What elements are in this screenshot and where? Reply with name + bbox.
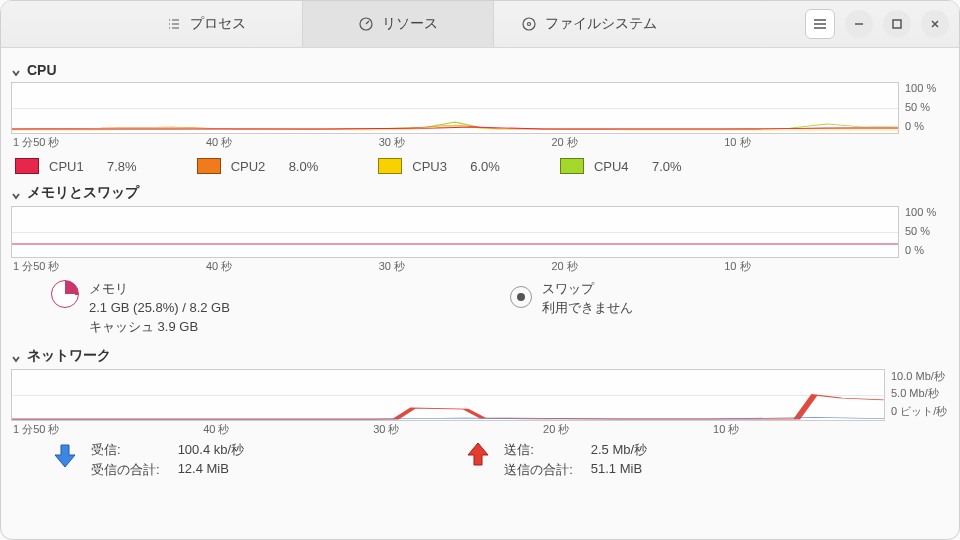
titlebar: プロセス リソース ファイルシステム (1, 1, 959, 48)
network-section-title: ネットワーク (27, 347, 111, 365)
cpu1-swatch (15, 158, 39, 174)
recv-total-label: 受信の合計: (91, 461, 160, 479)
maximize-icon (891, 18, 903, 30)
tab-label: リソース (382, 15, 438, 33)
memory-pie-icon (51, 280, 79, 308)
memory-x-axis: 1 分50 秒40 秒30 秒20 秒10 秒 (11, 259, 899, 274)
disk-icon (521, 16, 537, 32)
recv-value: 100.4 kb/秒 (178, 441, 245, 459)
cpu-y-max: 100 % (905, 82, 949, 94)
menu-button[interactable] (805, 9, 835, 39)
swap-usage-item: スワップ 利用できません (510, 280, 633, 337)
mem-y-max: 100 % (905, 206, 949, 218)
send-total-label: 送信の合計: (504, 461, 573, 479)
send-value: 2.5 Mb/秒 (591, 441, 647, 459)
cpu2-swatch (197, 158, 221, 174)
tab-filesystem[interactable]: ファイルシステム (494, 1, 685, 47)
net-y-min: 0 ビット/秒 (891, 404, 949, 419)
mem-y-min: 0 % (905, 244, 949, 256)
net-y-mid: 5.0 Mb/秒 (891, 386, 949, 401)
memory-cache: キャッシュ 3.9 GB (89, 318, 230, 337)
hamburger-icon (813, 18, 827, 30)
recv-total-value: 12.4 MiB (178, 461, 245, 479)
send-total-value: 51.1 MiB (591, 461, 647, 479)
mem-y-mid: 50 % (905, 225, 949, 237)
network-section-header[interactable]: ネットワーク (11, 347, 949, 365)
cpu-y-mid: 50 % (905, 101, 949, 113)
svg-point-1 (523, 18, 535, 30)
cpu-section-title: CPU (27, 62, 57, 78)
chevron-down-icon (11, 188, 21, 198)
network-send-item: 送信: 2.5 Mb/秒 送信の合計: 51.1 MiB (464, 441, 647, 479)
chevron-down-icon (11, 65, 21, 75)
chevron-down-icon (11, 351, 21, 361)
close-button[interactable] (921, 10, 949, 38)
gauge-icon (358, 16, 374, 32)
cpu-legend: CPU17.8% CPU28.0% CPU36.0% CPU47.0% (11, 158, 949, 174)
cpu-chart (11, 82, 899, 134)
minimize-button[interactable] (845, 10, 873, 38)
memory-section-title: メモリとスワップ (27, 184, 139, 202)
list-icon (166, 16, 182, 32)
cpu3-legend-item: CPU36.0% (378, 158, 500, 174)
memory-label: メモリ (89, 280, 230, 299)
network-x-axis: 1 分50 秒40 秒30 秒20 秒10 秒 (11, 422, 885, 437)
tab-resources[interactable]: リソース (302, 1, 494, 47)
minimize-icon (853, 18, 865, 30)
cpu-x-axis: 1 分50 秒40 秒30 秒20 秒10 秒 (11, 135, 899, 150)
memory-value: 2.1 GB (25.8%) / 8.2 GB (89, 299, 230, 318)
net-y-max: 10.0 Mb/秒 (891, 369, 949, 384)
cpu3-swatch (378, 158, 402, 174)
memory-usage-item: メモリ 2.1 GB (25.8%) / 8.2 GB キャッシュ 3.9 GB (51, 280, 230, 337)
maximize-button[interactable] (883, 10, 911, 38)
tab-processes[interactable]: プロセス (111, 1, 302, 47)
svg-point-2 (528, 23, 531, 26)
network-chart (11, 369, 885, 421)
swap-label: スワップ (542, 280, 633, 299)
svg-rect-3 (893, 20, 901, 28)
cpu-y-min: 0 % (905, 120, 949, 132)
cpu4-swatch (560, 158, 584, 174)
tab-label: プロセス (190, 15, 246, 33)
close-icon (929, 18, 941, 30)
memory-chart (11, 206, 899, 258)
recv-label: 受信: (91, 441, 160, 459)
cpu1-legend-item: CPU17.8% (15, 158, 137, 174)
cpu4-legend-item: CPU47.0% (560, 158, 682, 174)
swap-value: 利用できません (542, 299, 633, 318)
view-tabs: プロセス リソース ファイルシステム (1, 1, 795, 47)
swap-dot-icon (510, 286, 532, 308)
system-monitor-window: プロセス リソース ファイルシステム (0, 0, 960, 540)
send-label: 送信: (504, 441, 573, 459)
cpu-section-header[interactable]: CPU (11, 62, 949, 78)
cpu2-legend-item: CPU28.0% (197, 158, 319, 174)
download-arrow-icon (51, 441, 79, 469)
memory-section-header[interactable]: メモリとスワップ (11, 184, 949, 202)
network-recv-item: 受信: 100.4 kb/秒 受信の合計: 12.4 MiB (51, 441, 244, 479)
upload-arrow-icon (464, 441, 492, 469)
tab-label: ファイルシステム (545, 15, 657, 33)
